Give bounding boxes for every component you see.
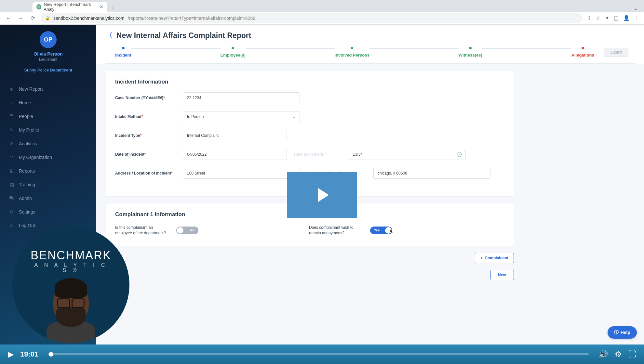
time-of-incident-input[interactable] xyxy=(349,149,466,160)
reload-icon[interactable]: ⟳ xyxy=(29,14,36,22)
step-employees[interactable]: Employee(s) xyxy=(221,47,246,58)
anonymous-toggle[interactable]: Yes ↖ xyxy=(370,227,392,234)
add-complainant-button[interactable]: +Complainant xyxy=(475,253,514,263)
reports-icon: 🗎 xyxy=(9,168,14,174)
page-title: New Internal Affairs Complaint Report xyxy=(116,31,251,40)
back-button[interactable]: 〈 xyxy=(105,31,113,40)
browser-tab[interactable]: New Report | Benchmark Analy ✕ xyxy=(33,2,107,12)
city-state-zip-input[interactable] xyxy=(373,168,490,179)
fullscreen-icon[interactable]: ⛶ xyxy=(628,350,636,359)
sidebar-menu: ⊕New Report ⌂Home ⛿People ✎My Profile ⎚A… xyxy=(0,82,96,232)
home-icon: ⌂ xyxy=(9,100,14,105)
chrome-actions: ⇪ ☆ ✦ ◫ 👤 ⋮ xyxy=(587,15,639,21)
settings-gear-icon[interactable]: ⚙ xyxy=(615,350,622,359)
profile-icon[interactable]: 👤 xyxy=(623,15,630,21)
anonymous-question-label: Does complainant wish to remain anonymou… xyxy=(309,225,364,236)
bookmark-icon[interactable]: ☆ xyxy=(596,15,600,21)
sidebar-item-label: My Organization xyxy=(19,155,52,160)
sidebar-item-home[interactable]: ⌂Home xyxy=(0,96,96,110)
forward-icon[interactable]: → xyxy=(17,14,25,22)
sidebar-item-label: New Report xyxy=(19,86,43,92)
sidebar-item-training[interactable]: ▤Training xyxy=(0,178,96,191)
step-incident[interactable]: Incident xyxy=(115,47,131,58)
sidepanel-icon[interactable]: ◫ xyxy=(614,15,619,21)
volume-icon[interactable]: 🔊 xyxy=(598,350,608,359)
submit-button[interactable]: Submit xyxy=(604,48,628,57)
gear-icon: ⚙ xyxy=(9,209,14,214)
sidebar-item-people[interactable]: ⛿People xyxy=(0,110,96,123)
intake-method-label: Intake Method* xyxy=(115,114,176,119)
profile-icon: ✎ xyxy=(9,127,14,133)
play-button[interactable]: ▶ xyxy=(8,350,14,359)
presenter-bubble: BENCHMARK A N A L Y T I C S ® xyxy=(12,226,129,343)
address-bar[interactable]: 🔒 sandbox2.benchmarkanalytics.com/report… xyxy=(41,13,583,23)
sidebar-item-admin[interactable]: 🔍Admin xyxy=(0,191,96,205)
sidebar-item-analytics[interactable]: ⎚Analytics xyxy=(0,137,96,150)
sidebar-item-my-profile[interactable]: ✎My Profile xyxy=(0,123,96,137)
sidebar-item-label: Settings xyxy=(19,209,35,214)
help-label: Help xyxy=(621,330,630,335)
clock-icon: 🕐 xyxy=(456,152,462,157)
avatar[interactable]: OP xyxy=(40,31,57,48)
play-icon xyxy=(318,188,329,202)
training-icon: ▤ xyxy=(9,182,14,187)
admin-icon: 🔍 xyxy=(9,196,14,201)
close-icon[interactable]: ✕ xyxy=(100,4,103,9)
new-tab-button[interactable]: + xyxy=(107,5,119,12)
sidebar-item-settings[interactable]: ⚙Settings xyxy=(0,205,96,219)
lock-icon: 🔒 xyxy=(45,16,50,20)
presenter-portrait xyxy=(45,275,97,343)
video-time: 19:01 xyxy=(20,350,38,358)
sidebar-item-label: Analytics xyxy=(19,141,37,146)
case-number-input[interactable] xyxy=(183,92,300,103)
step-allegations[interactable]: Allegations xyxy=(571,47,594,58)
address-input[interactable] xyxy=(183,168,300,179)
tabs-expand-icon[interactable]: ⌄ xyxy=(633,5,644,12)
back-icon[interactable]: ← xyxy=(5,14,12,22)
step-label: Witness(es) xyxy=(459,53,482,58)
logout-icon: ⎋ xyxy=(9,223,14,228)
organization-icon: ⛫ xyxy=(9,155,14,160)
step-dot-icon xyxy=(232,47,234,49)
plus-circle-icon: ⊕ xyxy=(9,86,14,92)
main-header: 〈 New Internal Affairs Complaint Report … xyxy=(96,25,644,64)
video-play-overlay[interactable] xyxy=(287,172,357,218)
step-involved-persons[interactable]: Involved Persons xyxy=(335,47,370,58)
url-host: sandbox2.benchmarkanalytics.com xyxy=(53,16,125,21)
extensions-icon[interactable]: ✦ xyxy=(605,15,609,21)
incident-type-select[interactable]: Internal Complaint xyxy=(183,130,287,141)
step-witnesses[interactable]: Witness(es) xyxy=(459,47,482,58)
step-label: Involved Persons xyxy=(335,53,370,58)
sidebar-item-label: Log Out xyxy=(19,223,35,228)
cursor-icon: ↖ xyxy=(390,229,393,234)
employee-question-label: Is this complainant an employee of the d… xyxy=(115,225,170,236)
sidebar-item-my-organization[interactable]: ⛫My Organization xyxy=(0,150,96,164)
intake-method-select[interactable]: In Person⌄ xyxy=(183,111,300,122)
help-button[interactable]: ⓘHelp xyxy=(608,326,637,339)
progress-handle-icon[interactable] xyxy=(49,352,53,357)
step-connector xyxy=(482,48,571,49)
sidebar-item-label: People xyxy=(19,114,33,119)
button-label: Complainant xyxy=(485,256,508,260)
sidebar-item-new-report[interactable]: ⊕New Report xyxy=(0,82,96,96)
user-role: Lieutenant xyxy=(0,57,96,62)
video-progress[interactable] xyxy=(48,353,589,355)
next-button[interactable]: Next xyxy=(490,270,514,280)
presenter-logo: BENCHMARK A N A L Y T I C S ® xyxy=(31,250,111,273)
sidebar-item-reports[interactable]: 🗎Reports xyxy=(0,164,96,178)
menu-icon[interactable]: ⋮ xyxy=(634,15,639,21)
plus-icon: + xyxy=(480,256,483,260)
step-connector xyxy=(246,48,335,49)
date-of-incident-input[interactable] xyxy=(183,149,287,160)
chevron-down-icon: ⌄ xyxy=(292,114,296,119)
step-dot-icon xyxy=(122,47,125,49)
sidebar-item-label: Admin xyxy=(19,196,32,201)
select-value: Internal Complaint xyxy=(187,133,219,138)
employee-toggle[interactable]: No xyxy=(176,227,198,234)
user-department: Sunny Police Department xyxy=(0,68,96,72)
toggle-value: Yes xyxy=(374,228,380,232)
share-icon[interactable]: ⇪ xyxy=(587,15,591,21)
sidebar-item-label: Home xyxy=(19,100,31,105)
step-connector xyxy=(369,48,459,49)
step-label: Incident xyxy=(115,53,131,58)
